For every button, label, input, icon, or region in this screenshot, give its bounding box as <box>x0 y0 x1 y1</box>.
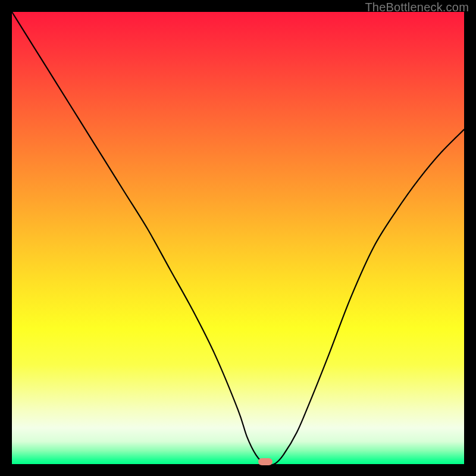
plot-area <box>12 12 464 464</box>
optimal-marker <box>258 458 273 465</box>
chart-frame: TheBottleneck.com <box>0 0 476 476</box>
bottleneck-curve <box>12 12 464 464</box>
bottleneck-curve-svg <box>12 12 464 464</box>
